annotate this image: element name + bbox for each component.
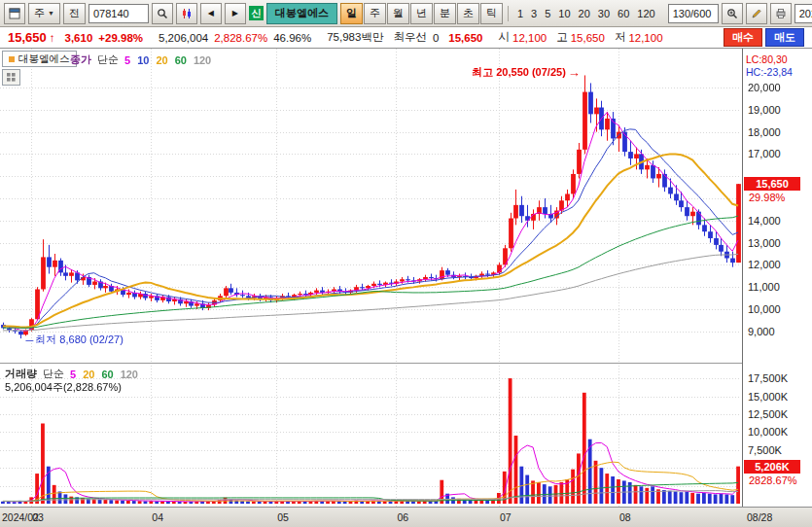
volume-legend: 거래량 단순 52060120 xyxy=(5,367,138,381)
market-type-select[interactable]: 주 ▼ xyxy=(28,3,60,24)
ma-period-label-120: 120 xyxy=(194,54,211,66)
interval-button-10[interactable]: 10 xyxy=(554,5,574,22)
date-value: 2024/08/28 xyxy=(799,8,812,19)
prev-stock-button[interactable]: 전 xyxy=(63,3,86,24)
period-button-초[interactable]: 초 xyxy=(457,3,479,24)
period-button-일[interactable]: 일 xyxy=(340,3,363,24)
edit-button[interactable] xyxy=(746,3,767,24)
price-axis-tick: 17,000 xyxy=(748,148,781,159)
open-price: 12,100 xyxy=(512,32,547,44)
plot-area: 대봉엘에스 종가 단순 5102060120 거래량 단순 52060120 5… xyxy=(0,49,742,507)
market-type-label: 주 xyxy=(34,6,45,20)
date-input[interactable]: 2024/08/28 ▲ ▼ xyxy=(794,4,812,23)
menu-button[interactable] xyxy=(4,3,25,24)
period-button-틱[interactable]: 틱 xyxy=(480,3,503,24)
price-legend-title: 종가 xyxy=(70,53,91,67)
interval-button-60[interactable]: 60 xyxy=(614,5,633,22)
period-button-주[interactable]: 주 xyxy=(364,3,386,24)
toolbar-separator xyxy=(508,6,509,21)
printer-icon xyxy=(775,8,787,19)
time-axis: 08/28 2024/02030405060708 xyxy=(0,507,812,527)
buy-button[interactable]: 매수 xyxy=(724,28,762,47)
dropdown-icon: ▼ xyxy=(48,10,54,17)
volume-axis-tick: 17,500K xyxy=(748,372,788,384)
high-price-annotation: 최고 20,550 (07/25) → xyxy=(472,65,581,80)
price-axis-tick: 19,000 xyxy=(748,104,781,116)
ma-period-label-20: 20 xyxy=(83,369,94,380)
time-axis-label: 06 xyxy=(397,511,408,523)
volume-legend-type: 단순 xyxy=(43,367,64,381)
interval-button-20[interactable]: 20 xyxy=(575,5,594,22)
price-legend-type: 단순 xyxy=(97,53,119,67)
best-bid: 15,650 xyxy=(448,32,482,44)
zoom-icon xyxy=(726,8,738,19)
stock-code-input[interactable]: 078140 xyxy=(88,4,149,23)
time-axis-label: 04 xyxy=(152,511,163,523)
period-button-년[interactable]: 년 xyxy=(410,3,433,24)
volume-value: 5,206,004 xyxy=(159,32,208,44)
open-label: 시 xyxy=(499,30,511,45)
lc-indicator: LC:80,30 xyxy=(746,53,788,65)
current-price: 15,650 xyxy=(8,30,47,45)
interval-button-120[interactable]: 120 xyxy=(633,5,658,22)
period-button-분[interactable]: 분 xyxy=(434,3,456,24)
high-label: 고 xyxy=(556,30,568,45)
price-axis-tick: 11,000 xyxy=(748,281,780,293)
tab-color-dot xyxy=(9,56,15,62)
new-listing-badge: 신 xyxy=(249,6,264,20)
time-axis-label: 03 xyxy=(32,511,44,523)
volume-legend-title: 거래량 xyxy=(5,367,37,381)
time-axis-label: 08 xyxy=(619,511,631,523)
time-axis-label: 05 xyxy=(277,511,289,523)
low-price: 12,100 xyxy=(628,32,662,44)
ma-period-label-120: 120 xyxy=(121,369,138,380)
left-arrow-icon: ◀ xyxy=(208,9,214,18)
ma-period-label-60: 60 xyxy=(101,369,113,380)
dash-icon: ─ xyxy=(26,334,34,346)
up-arrow-icon: ↑ xyxy=(50,32,55,44)
chart-tab-label: 대봉엘에스 xyxy=(18,53,70,66)
interval-button-5[interactable]: 5 xyxy=(541,5,554,22)
bar-count-input[interactable]: 130/600 xyxy=(668,4,719,23)
low-label: 저 xyxy=(615,30,626,45)
price-axis-tick: 20,000 xyxy=(748,82,781,93)
current-volume-badge: 5,206K xyxy=(744,460,800,474)
chart-region: 대봉엘에스 종가 단순 5102060120 거래량 단순 52060120 5… xyxy=(0,49,812,507)
price-change: 3,610 xyxy=(65,32,93,44)
chart-type-button[interactable] xyxy=(176,3,197,24)
price-axis-tick: 10,000 xyxy=(748,303,781,315)
stock-chart-window: 주 ▼ 전 078140 ◀ ▶ 신 대봉엘에스 일주월년분초틱 1351020… xyxy=(0,0,812,527)
price-axis-tick: 9,000 xyxy=(748,326,775,337)
chart-menu-button[interactable] xyxy=(2,69,20,86)
current-volume-pct: 2828.67% xyxy=(749,474,797,486)
price-axis-tick: 12,000 xyxy=(748,259,781,270)
candle-chart-icon xyxy=(181,8,193,19)
interval-button-30[interactable]: 30 xyxy=(594,5,614,22)
prev-nav-button[interactable]: ◀ xyxy=(200,3,222,24)
zoom-button[interactable] xyxy=(722,3,743,24)
search-icon xyxy=(157,8,168,19)
chart-tab[interactable]: 대봉엘에스 xyxy=(2,51,77,67)
period-button-월[interactable]: 월 xyxy=(387,3,409,24)
high-price: 15,650 xyxy=(571,32,605,44)
ma-period-label-20: 20 xyxy=(156,54,167,66)
sell-button[interactable]: 매도 xyxy=(765,28,804,47)
volume-axis-tick: 15,000K xyxy=(748,391,788,403)
pane-divider xyxy=(0,363,742,364)
volume-axis-tick: 7,500K xyxy=(748,444,782,456)
current-price-badge: 15,650 xyxy=(744,177,800,191)
axis-end-date: 08/28 xyxy=(747,511,772,523)
price-chart-canvas[interactable] xyxy=(0,49,741,363)
right-nav-arrow-icon: ▶ xyxy=(232,9,238,18)
interval-button-3[interactable]: 3 xyxy=(527,5,541,22)
interval-button-1[interactable]: 1 xyxy=(513,5,527,22)
ma-period-label-10: 10 xyxy=(137,54,149,66)
low-price-annotation: ─ 최저 8,680 (02/27) xyxy=(26,333,124,347)
next-nav-button[interactable]: ▶ xyxy=(225,3,246,24)
volume-readout: 5,206,004주(2,828.67%) xyxy=(5,380,122,395)
stock-search-button[interactable] xyxy=(152,3,173,24)
volume-axis-tick: 12,500K xyxy=(748,408,788,420)
right-arrow-icon: → xyxy=(568,65,581,80)
price-legend: 종가 단순 5102060120 xyxy=(70,53,211,67)
print-button[interactable] xyxy=(770,3,792,24)
